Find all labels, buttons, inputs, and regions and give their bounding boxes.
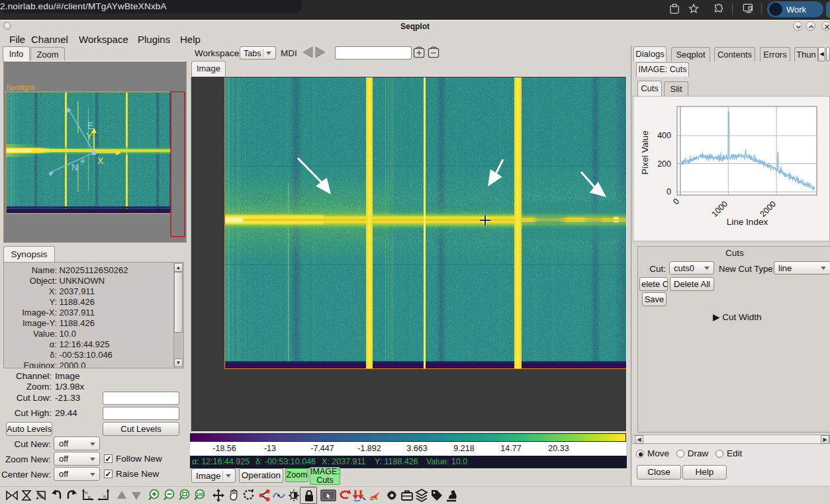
svg-text:2000: 2000 <box>759 199 778 219</box>
svg-text:Pixel Value: Pixel Value <box>640 130 650 175</box>
svg-text:Line Index: Line Index <box>727 217 768 227</box>
svg-text:E: E <box>88 495 91 499</box>
svg-text:Y: Y <box>86 131 93 142</box>
svg-text:0: 0 <box>667 187 671 196</box>
svg-text:X: X <box>97 155 104 166</box>
svg-text:400: 400 <box>657 131 671 140</box>
svg-text:0: 0 <box>671 196 681 206</box>
svg-text:1000: 1000 <box>710 199 730 219</box>
svg-text:N: N <box>103 495 106 499</box>
svg-text:200: 200 <box>657 159 671 169</box>
svg-text:E: E <box>87 120 93 131</box>
svg-text:N: N <box>71 162 78 173</box>
svg-text:Spotlight: Spotlight <box>6 83 34 91</box>
svg-text:N: N <box>85 491 87 495</box>
svg-text:100: 100 <box>197 492 204 497</box>
